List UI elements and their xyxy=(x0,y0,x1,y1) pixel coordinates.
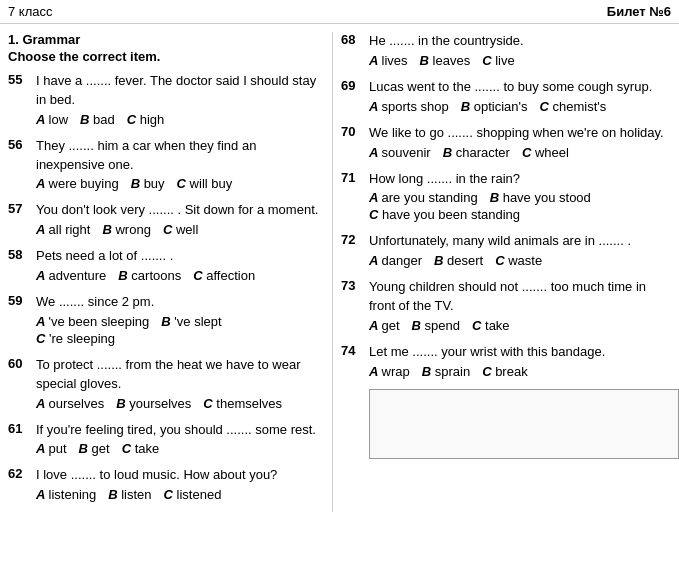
option-61-a[interactable]: A put xyxy=(36,441,67,456)
question-text-56: They ....... him a car when they find an… xyxy=(36,137,324,175)
option-62-c[interactable]: C listened xyxy=(164,487,222,502)
option-value: listened xyxy=(177,487,222,502)
option-69-b[interactable]: B optician's xyxy=(461,99,528,114)
option-value: buy xyxy=(144,176,165,191)
option-69-a[interactable]: A sports shop xyxy=(369,99,449,114)
option-value: bad xyxy=(93,112,115,127)
option-letter: A xyxy=(369,145,382,160)
question-number-70: 70 xyxy=(341,124,365,143)
option-55-b[interactable]: B bad xyxy=(80,112,115,127)
question-61: 61If you're feeling tired, you should ..… xyxy=(8,421,324,457)
option-58-c[interactable]: C affection xyxy=(193,268,255,283)
option-value: are you standing xyxy=(382,190,478,205)
option-74-c[interactable]: C break xyxy=(482,364,528,379)
option-58-a[interactable]: A adventure xyxy=(36,268,106,283)
option-letter: B xyxy=(461,99,474,114)
question-text-68: He ....... in the countryside. xyxy=(369,32,671,51)
question-number-74: 74 xyxy=(341,343,365,362)
option-value: 've been sleeping xyxy=(49,314,150,329)
question-number-57: 57 xyxy=(8,201,32,220)
option-72-a[interactable]: A danger xyxy=(369,253,422,268)
option-61-c[interactable]: C take xyxy=(122,441,160,456)
option-value: get xyxy=(382,318,400,333)
option-60-c[interactable]: C themselves xyxy=(203,396,282,411)
option-value: danger xyxy=(382,253,422,268)
option-74-a[interactable]: A wrap xyxy=(369,364,410,379)
section-subtitle: Choose the correct item. xyxy=(8,49,324,64)
option-55-a[interactable]: A low xyxy=(36,112,68,127)
option-71-b[interactable]: B have you stood xyxy=(490,190,591,205)
option-58-b[interactable]: B cartoons xyxy=(118,268,181,283)
option-value: will buy xyxy=(190,176,233,191)
option-56-b[interactable]: B buy xyxy=(131,176,165,191)
option-value: have you been standing xyxy=(382,207,520,222)
option-value: sprain xyxy=(435,364,470,379)
option-60-b[interactable]: B yourselves xyxy=(116,396,191,411)
option-70-c[interactable]: C wheel xyxy=(522,145,569,160)
question-57: 57You don't look very ....... . Sit down… xyxy=(8,201,324,237)
option-value: wrong xyxy=(115,222,150,237)
option-68-c[interactable]: C live xyxy=(482,53,515,68)
option-letter: B xyxy=(434,253,447,268)
option-value: wrap xyxy=(382,364,410,379)
option-letter: C xyxy=(164,487,177,502)
option-letter: C xyxy=(540,99,553,114)
main-content: 1. Grammar Choose the correct item. 55I … xyxy=(0,24,679,520)
option-letter: C xyxy=(482,53,495,68)
option-71-c[interactable]: C have you been standing xyxy=(369,207,520,222)
question-number-59: 59 xyxy=(8,293,32,312)
option-57-a[interactable]: A all right xyxy=(36,222,90,237)
option-value: souvenir xyxy=(382,145,431,160)
right-questions-container: 68He ....... in the countryside.A livesB… xyxy=(341,32,671,379)
option-value: all right xyxy=(49,222,91,237)
option-letter: B xyxy=(80,112,93,127)
option-59-c[interactable]: C 're sleeping xyxy=(36,331,115,346)
option-letter: B xyxy=(102,222,115,237)
question-number-73: 73 xyxy=(341,278,365,316)
option-56-c[interactable]: C will buy xyxy=(177,176,233,191)
option-73-b[interactable]: B spend xyxy=(412,318,460,333)
class-label: 7 класс xyxy=(8,4,53,19)
option-59-b[interactable]: B 've slept xyxy=(161,314,221,329)
option-57-b[interactable]: B wrong xyxy=(102,222,150,237)
option-61-b[interactable]: B get xyxy=(79,441,110,456)
option-letter: C xyxy=(203,396,216,411)
question-text-58: Pets need a lot of ....... . xyxy=(36,247,324,266)
option-letter: C xyxy=(127,112,140,127)
option-60-a[interactable]: A ourselves xyxy=(36,396,104,411)
page-header: 7 класс Билет №6 xyxy=(0,0,679,24)
option-71-a[interactable]: A are you standing xyxy=(369,190,478,205)
option-73-a[interactable]: A get xyxy=(369,318,400,333)
question-text-72: Unfortunately, many wild animals are in … xyxy=(369,232,671,251)
question-number-61: 61 xyxy=(8,421,32,440)
option-73-c[interactable]: C take xyxy=(472,318,510,333)
option-56-a[interactable]: A were buying xyxy=(36,176,119,191)
option-55-c[interactable]: C high xyxy=(127,112,165,127)
option-72-c[interactable]: C waste xyxy=(495,253,542,268)
option-value: waste xyxy=(508,253,542,268)
option-letter: A xyxy=(369,99,382,114)
option-value: high xyxy=(140,112,165,127)
question-55: 55I have a ....... fever. The doctor sai… xyxy=(8,72,324,127)
option-value: desert xyxy=(447,253,483,268)
option-70-a[interactable]: A souvenir xyxy=(369,145,431,160)
question-62: 62I love ....... to loud music. How abou… xyxy=(8,466,324,502)
option-value: live xyxy=(495,53,515,68)
option-value: 've slept xyxy=(174,314,221,329)
option-68-b[interactable]: B leaves xyxy=(420,53,471,68)
option-62-a[interactable]: A listening xyxy=(36,487,96,502)
option-69-c[interactable]: C chemist's xyxy=(540,99,607,114)
option-59-a[interactable]: A 've been sleeping xyxy=(36,314,149,329)
option-68-a[interactable]: A lives xyxy=(369,53,408,68)
option-value: put xyxy=(49,441,67,456)
option-74-b[interactable]: B sprain xyxy=(422,364,470,379)
option-72-b[interactable]: B desert xyxy=(434,253,483,268)
option-value: cartoons xyxy=(131,268,181,283)
option-value: adventure xyxy=(49,268,107,283)
option-57-c[interactable]: C well xyxy=(163,222,198,237)
option-62-b[interactable]: B listen xyxy=(108,487,151,502)
option-letter: B xyxy=(118,268,131,283)
option-value: listening xyxy=(49,487,97,502)
option-letter: A xyxy=(36,314,49,329)
option-70-b[interactable]: B character xyxy=(443,145,510,160)
